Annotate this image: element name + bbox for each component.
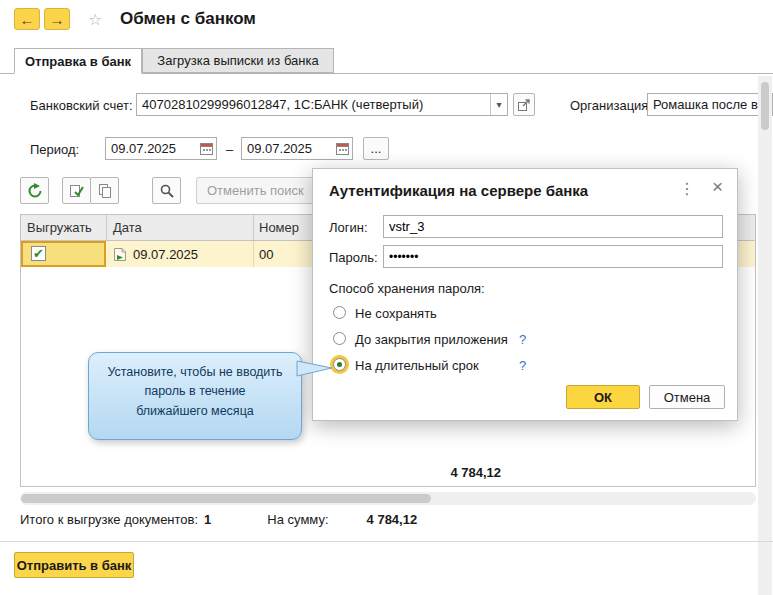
help-link-long-term[interactable]: ? [519,358,526,373]
radio-long-term-selected[interactable] [333,358,346,371]
page-title: Обмен с банком [120,9,256,29]
organization-value: Ромашка после в [653,97,767,112]
cancel-button-label: Отмена [664,390,711,405]
search-icon [159,183,175,199]
period-from-field[interactable]: 09.07.2025 [105,137,217,160]
password-input[interactable] [383,245,723,268]
dialog-title: Аутентификация на сервере банка [329,182,588,199]
password-label: Пароль: [329,250,378,265]
tab-send-to-bank[interactable]: Отправка в банк [14,48,142,74]
sum-value: 4 784,12 [367,512,418,527]
radio-do-not-save-label: Не сохранять [355,306,437,321]
radio-until-close-label: До закрытия приложения [355,332,508,347]
close-icon[interactable]: × [712,176,723,198]
forward-arrow-icon: → [50,11,65,28]
column-header-number[interactable]: Номер [259,220,299,235]
kebab-menu-icon[interactable]: ⋮ [679,179,695,198]
tab-load-statement[interactable]: Загрузка выписки из банка [142,48,334,73]
callout-line2: пароль в течение [95,382,295,401]
callout-line1: Установите, чтобы не вводить [95,363,295,382]
check-all-icon [69,183,85,199]
bank-account-combo[interactable]: 40702810299996012847, 1С:БАНК (четвертый… [136,93,508,116]
organization-label: Организация: [570,98,652,113]
refresh-button[interactable] [20,177,49,204]
auth-dialog: Аутентификация на сервере банка ⋮ × Логи… [312,168,738,421]
ok-button-label: ОК [594,390,612,405]
open-icon [517,98,531,112]
footer-divider [0,541,773,542]
vertical-scrollbar[interactable] [758,76,772,595]
active-cell-upload[interactable]: ✔ [21,241,106,267]
favorite-star-icon[interactable]: ☆ [88,10,102,29]
password-input-value[interactable] [389,250,717,264]
column-divider [106,215,107,240]
period-from-value: 09.07.2025 [111,141,199,156]
refresh-icon [27,183,43,199]
horizontal-scrollbar[interactable] [20,492,756,505]
callout-tail [296,356,334,380]
forward-button[interactable]: → [44,8,70,30]
tab-send-label: Отправка в банк [25,54,131,69]
cancel-button[interactable]: Отмена [649,385,725,409]
radio-do-not-save[interactable] [333,306,346,319]
callout-line3: ближайшего месяца [95,402,295,421]
calendar-icon[interactable] [199,141,214,156]
period-dash: – [226,142,233,157]
annotation-callout: Установите, чтобы не вводить пароль в те… [88,352,302,440]
column-divider [253,241,254,267]
radio-until-close[interactable] [333,332,346,345]
total-docs-label: Итого к выгрузке документов: [20,512,198,527]
column-header-upload[interactable]: Выгружать [27,220,92,235]
uncheck-all-button[interactable] [90,177,119,204]
help-link-until-close[interactable]: ? [519,332,526,347]
document-icon [113,247,127,262]
organization-field[interactable]: Ромашка после в [647,93,773,116]
total-docs-count: 1 [204,512,211,527]
send-to-bank-label: Отправить в банк [17,558,132,573]
tab-load-label: Загрузка выписки из банка [157,53,318,68]
row-number: 00 [259,247,273,262]
period-label: Период: [30,142,79,157]
send-to-bank-button[interactable]: Отправить в банк [14,552,134,578]
bank-exchange-window: ← → ☆ Обмен с банком Отправка в банк Заг… [0,0,773,595]
radio-long-term-label: На длительный срок [355,358,479,373]
sum-label: На сумму: [267,512,328,527]
password-storage-label: Способ хранения пароля: [329,281,485,296]
back-arrow-icon: ← [20,11,35,28]
vertical-scrollbar-thumb[interactable] [761,82,769,130]
back-button[interactable]: ← [14,8,40,30]
bank-account-open-button[interactable] [513,93,535,116]
check-all-button[interactable] [62,177,91,204]
bank-account-label: Банковский счет: [30,98,133,113]
column-divider [253,215,254,240]
login-input-value[interactable] [389,219,717,234]
search-button[interactable] [152,177,181,204]
period-to-value: 09.07.2025 [247,141,335,156]
period-more-label: ... [371,141,382,156]
cancel-search-label: Отменить поиск [207,183,304,198]
login-input[interactable] [383,215,723,238]
chevron-down-icon[interactable]: ▾ [490,94,507,115]
copy-sheets-icon [97,183,113,199]
table-total-sum: 4 784,12 [259,465,501,480]
period-more-button[interactable]: ... [363,137,389,160]
row-date: 09.07.2025 [133,247,198,262]
upload-checkbox-checked[interactable]: ✔ [31,246,46,261]
calendar-icon[interactable] [335,141,350,156]
period-to-field[interactable]: 09.07.2025 [241,137,353,160]
horizontal-scrollbar-thumb[interactable] [21,494,431,503]
column-header-date[interactable]: Дата [113,220,142,235]
login-label: Логин: [329,220,368,235]
bank-account-value: 40702810299996012847, 1С:БАНК (четвертый… [142,97,490,112]
ok-button[interactable]: ОК [566,385,640,409]
footer-summary: Итого к выгрузке документов: 1 На сумму:… [20,512,417,527]
